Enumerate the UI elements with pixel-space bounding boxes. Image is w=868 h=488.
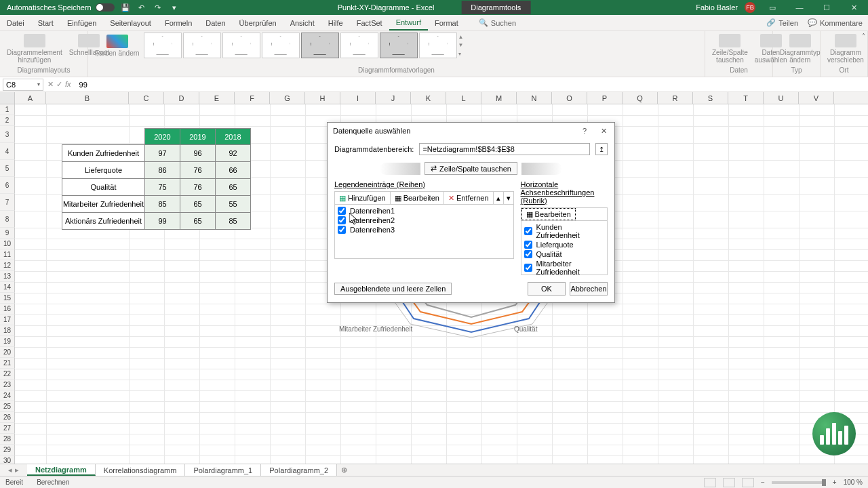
- row-header[interactable]: 24: [0, 390, 15, 401]
- sheet-tab[interactable]: Polardiagramm_1: [185, 464, 261, 476]
- zoom-in-icon[interactable]: +: [833, 479, 837, 486]
- minimize-icon[interactable]: —: [789, 2, 810, 13]
- collapse-ribbon-icon[interactable]: ˄: [862, 33, 865, 40]
- category-checkbox[interactable]: [524, 241, 532, 249]
- series-checkbox[interactable]: [338, 226, 346, 234]
- row-header[interactable]: 19: [0, 336, 15, 347]
- chart-style-6[interactable]: [340, 33, 378, 58]
- row-header[interactable]: 9: [0, 228, 15, 239]
- cell-value[interactable]: 75: [145, 179, 180, 196]
- column-header[interactable]: Q: [623, 92, 658, 104]
- ribbon-tab-überprüfen[interactable]: Überprüfen: [233, 15, 283, 30]
- row-header[interactable]: 25: [0, 401, 15, 412]
- row-header[interactable]: 13: [0, 271, 15, 282]
- new-sheet-button[interactable]: ⊕: [337, 466, 351, 474]
- sheet-nav[interactable]: ◂ ▸: [0, 466, 27, 474]
- page-layout-view-icon[interactable]: [723, 478, 735, 487]
- sheet-tab[interactable]: Korrelationsdiagramm: [96, 464, 186, 476]
- series-item[interactable]: Datenreihen2: [336, 216, 512, 225]
- column-header[interactable]: T: [728, 92, 764, 104]
- cell-value[interactable]: 65: [216, 179, 251, 196]
- row-header[interactable]: 2: [0, 115, 15, 126]
- category-item[interactable]: Lieferquote: [523, 240, 606, 249]
- column-header[interactable]: A: [15, 92, 46, 104]
- row-header[interactable]: 23: [0, 380, 15, 390]
- move-chart-button[interactable]: Diagramm verschieben: [825, 33, 867, 65]
- ribbon-tab-factset[interactable]: FactSet: [350, 15, 389, 30]
- row-header[interactable]: 17: [0, 314, 15, 325]
- column-header[interactable]: E: [199, 92, 235, 104]
- dialog-help-icon[interactable]: ?: [576, 124, 593, 138]
- search-box[interactable]: 🔍 Suchen: [479, 15, 516, 30]
- chart-style-7[interactable]: [380, 33, 418, 58]
- ribbon-tab-ansicht[interactable]: Ansicht: [283, 15, 321, 30]
- edit-series-button[interactable]: ▦Bearbeiten: [391, 192, 444, 204]
- category-checkbox[interactable]: [524, 264, 532, 272]
- column-header[interactable]: L: [446, 92, 481, 104]
- column-header[interactable]: F: [235, 92, 270, 104]
- category-checkbox[interactable]: [524, 250, 532, 258]
- row-header[interactable]: 15: [0, 293, 15, 304]
- normal-view-icon[interactable]: [704, 478, 716, 487]
- cell-value[interactable]: 92: [216, 145, 251, 162]
- cancel-button[interactable]: Abbrechen: [570, 282, 608, 296]
- collapse-range-icon[interactable]: ↥: [595, 143, 608, 155]
- series-list[interactable]: Datenreihen1Datenreihen2Datenreihen3: [334, 205, 514, 259]
- cell-value[interactable]: 97: [145, 145, 180, 162]
- ribbon-tab-start[interactable]: Start: [31, 15, 60, 30]
- column-header[interactable]: K: [411, 92, 446, 104]
- row-header[interactable]: 26: [0, 412, 15, 423]
- column-header[interactable]: D: [164, 92, 199, 104]
- cell-value[interactable]: 76: [180, 179, 216, 196]
- cancel-formula-icon[interactable]: ✕: [47, 80, 54, 89]
- ribbon-tab-entwurf[interactable]: Entwurf: [389, 15, 428, 30]
- comments-button[interactable]: 💬Kommentare: [808, 18, 863, 27]
- cell-value[interactable]: 85: [145, 196, 180, 213]
- column-header[interactable]: O: [552, 92, 587, 104]
- fx-icon[interactable]: fx: [65, 80, 71, 89]
- column-header[interactable]: P: [587, 92, 623, 104]
- row-header[interactable]: 28: [0, 434, 15, 445]
- row-header[interactable]: 29: [0, 445, 15, 455]
- column-header[interactable]: S: [693, 92, 728, 104]
- chart-style-1[interactable]: [144, 33, 182, 58]
- user-avatar[interactable]: FB: [745, 2, 755, 13]
- chart-data-range-input[interactable]: [419, 143, 590, 155]
- column-header[interactable]: J: [376, 92, 411, 104]
- switch-row-column-button[interactable]: ⇄Zeile/Spalte tauschen: [425, 162, 517, 175]
- row-header[interactable]: 8: [0, 211, 15, 228]
- row-header[interactable]: 18: [0, 325, 15, 336]
- row-header[interactable]: 7: [0, 194, 15, 211]
- column-header[interactable]: I: [340, 92, 376, 104]
- category-item[interactable]: Mitarbeiter Zufriedenheit: [523, 259, 606, 275]
- row-header[interactable]: 4: [0, 143, 15, 160]
- column-header[interactable]: C: [129, 92, 164, 104]
- row-header[interactable]: 10: [0, 239, 15, 249]
- ribbon-tab-datei[interactable]: Datei: [0, 15, 31, 30]
- categories-list[interactable]: Kunden ZufriedenheitLieferquoteQualitätM…: [521, 221, 608, 275]
- chart-style-2[interactable]: [183, 33, 221, 58]
- close-icon[interactable]: ✕: [844, 2, 864, 13]
- column-header[interactable]: H: [305, 92, 340, 104]
- change-chart-type-button[interactable]: Diagrammtyp ändern: [777, 33, 823, 65]
- add-series-button[interactable]: ▦Hinzufügen: [335, 192, 391, 204]
- ribbon-mode-icon[interactable]: ▭: [762, 2, 783, 13]
- enter-formula-icon[interactable]: ✓: [56, 80, 62, 89]
- maximize-icon[interactable]: ☐: [816, 2, 837, 13]
- name-box[interactable]: C8: [3, 79, 43, 91]
- autosave-toggle[interactable]: Automatisches Speichern: [7, 3, 115, 12]
- dialog-close-icon[interactable]: ✕: [595, 124, 612, 138]
- chart-style-8[interactable]: [419, 33, 457, 58]
- share-button[interactable]: 🔗Teilen: [766, 18, 798, 27]
- row-header[interactable]: 6: [0, 177, 15, 194]
- chart-style-4[interactable]: [262, 33, 300, 58]
- move-down-button[interactable]: ▾: [504, 192, 513, 204]
- column-header[interactable]: G: [270, 92, 305, 104]
- formula-input[interactable]: 99: [75, 81, 868, 89]
- row-header[interactable]: 27: [0, 423, 15, 434]
- redo-icon[interactable]: ↷: [153, 2, 163, 13]
- series-checkbox[interactable]: [338, 216, 346, 224]
- ribbon-tab-daten[interactable]: Daten: [199, 15, 232, 30]
- series-checkbox[interactable]: [338, 207, 346, 215]
- cell-value[interactable]: 65: [180, 196, 216, 213]
